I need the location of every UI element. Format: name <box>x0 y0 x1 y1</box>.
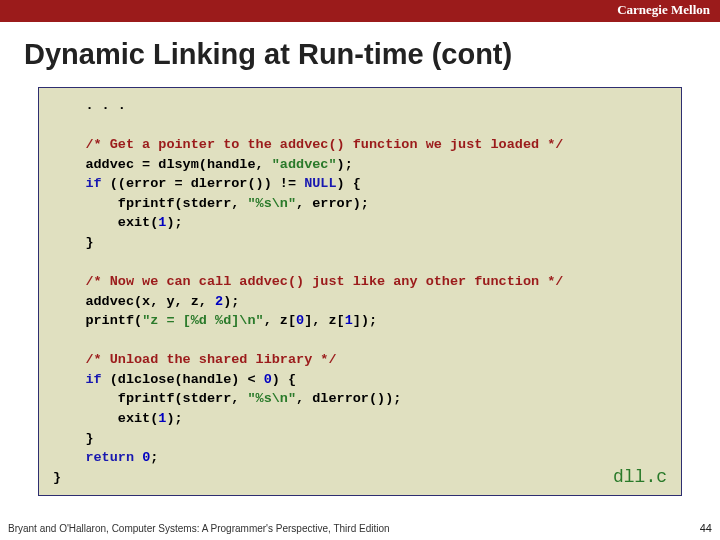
page-number: 44 <box>700 522 712 534</box>
code-box: . . . /* Get a pointer to the addvec() f… <box>38 87 682 496</box>
citation: Bryant and O'Hallaron, Computer Systems:… <box>8 523 390 534</box>
university-label: Carnegie Mellon <box>617 2 710 18</box>
footer: Bryant and O'Hallaron, Computer Systems:… <box>8 522 712 534</box>
filename-label: dll.c <box>613 467 667 487</box>
code-listing: . . . /* Get a pointer to the addvec() f… <box>53 96 669 487</box>
slide-title: Dynamic Linking at Run-time (cont) <box>0 22 720 81</box>
header-bar: Carnegie Mellon <box>0 0 720 22</box>
